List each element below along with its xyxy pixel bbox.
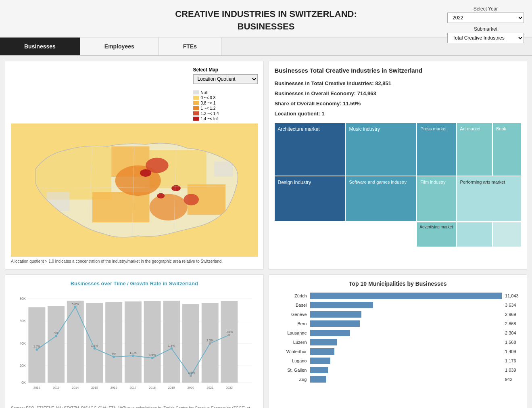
tab-ftes[interactable]: FTEs bbox=[159, 38, 221, 55]
point-2018 bbox=[151, 357, 154, 359]
treemap: Architecture market Music industry Press… bbox=[275, 123, 522, 222]
submarket-select[interactable]: Total Creative Industries Architecture m… bbox=[447, 33, 524, 43]
treemap-art[interactable]: Art market bbox=[457, 123, 492, 176]
point-2021 bbox=[209, 342, 211, 345]
point-2022 bbox=[228, 334, 231, 336]
svg-text:60K: 60K bbox=[19, 319, 26, 323]
point-2013 bbox=[55, 335, 57, 337]
svg-point-11 bbox=[171, 185, 181, 191]
stat-total-creative: Businesses in Total Creative Industries:… bbox=[275, 80, 522, 86]
point-2012 bbox=[36, 348, 38, 351]
year-control: Select Year 2022 2021 2020 bbox=[447, 6, 524, 23]
municipalities-panel: Top 10 Municipalities by Businesses Züri… bbox=[269, 274, 528, 408]
treemap-film[interactable]: Film industry bbox=[417, 176, 456, 221]
bar-2016 bbox=[105, 302, 122, 382]
map-legend: Null 0 ~< 0.8 0.8 ~< 1 1 ~< 1.2 1.2 ~< 1… bbox=[193, 90, 258, 121]
svg-rect-1 bbox=[35, 146, 112, 199]
muni-title: Top 10 Municipalities by Businesses bbox=[275, 280, 522, 287]
svg-text:2019: 2019 bbox=[168, 385, 175, 389]
svg-text:1.8%: 1.8% bbox=[91, 343, 98, 347]
svg-text:2022: 2022 bbox=[226, 385, 233, 389]
treemap-book[interactable]: Book bbox=[493, 123, 521, 176]
svg-text:-0.8%: -0.8% bbox=[187, 371, 195, 375]
svg-point-9 bbox=[184, 194, 199, 205]
stats-panel: Businesses Total Creative Industries in … bbox=[269, 61, 528, 270]
tab-businesses[interactable]: Businesses bbox=[0, 38, 80, 55]
svg-rect-14 bbox=[214, 161, 233, 177]
muni-lausanne: Lausanne 2,304 bbox=[275, 330, 522, 336]
muni-zurich: Zürich 11,043 bbox=[275, 293, 522, 299]
svg-text:1%: 1% bbox=[112, 352, 116, 356]
switzerland-map bbox=[11, 123, 258, 257]
map-panel: Select Map Location Quotient Null 0 ~< 0… bbox=[5, 61, 264, 270]
main-content: Select Map Location Quotient Null 0 ~< 0… bbox=[0, 56, 532, 408]
year-select[interactable]: 2022 2021 2020 bbox=[447, 13, 524, 23]
muni-bern: Bern 2,868 bbox=[275, 320, 522, 327]
treemap-music[interactable]: Music industry bbox=[346, 123, 416, 176]
treemap-architecture[interactable]: Architecture market bbox=[275, 123, 345, 176]
svg-text:2012: 2012 bbox=[33, 385, 40, 389]
svg-text:2021: 2021 bbox=[207, 385, 213, 389]
treemap-design[interactable]: Design industry bbox=[275, 176, 345, 221]
map-note: A location quotient > 1.0 indicates a co… bbox=[11, 259, 258, 264]
stat-share: Share of Overall Economy: 11.59% bbox=[275, 100, 522, 107]
chart-title: Businesses over Time / Growth Rate in Sw… bbox=[11, 280, 258, 287]
svg-text:1.1%: 1.1% bbox=[129, 351, 137, 354]
chart-panel: Businesses over Time / Growth Rate in Sw… bbox=[5, 274, 264, 408]
svg-point-7 bbox=[149, 194, 187, 220]
treemap-performing[interactable]: Performing arts market bbox=[457, 176, 521, 221]
point-2019 bbox=[170, 347, 173, 349]
svg-text:2013: 2013 bbox=[53, 385, 60, 389]
top-controls: Select Year 2022 2021 2020 Submarket Tot… bbox=[447, 6, 524, 43]
svg-text:80K: 80K bbox=[19, 297, 26, 301]
map-select[interactable]: Location Quotient bbox=[193, 74, 258, 84]
point-2017 bbox=[132, 354, 134, 357]
muni-luzern: Luzern 1,568 bbox=[275, 339, 522, 345]
muni-stgallen: St. Gallen 1,039 bbox=[275, 367, 522, 373]
stats-title: Businesses Total Creative Industries in … bbox=[275, 67, 522, 74]
combo-chart-svg: 80K 60K 40K 20K 0K bbox=[15, 291, 254, 395]
svg-text:0.9%: 0.9% bbox=[149, 353, 156, 357]
point-2020 bbox=[190, 375, 192, 377]
muni-zug: Zug 942 bbox=[275, 376, 522, 383]
point-2014 bbox=[74, 305, 77, 308]
svg-text:2018: 2018 bbox=[149, 385, 156, 389]
svg-text:5.8%: 5.8% bbox=[72, 302, 79, 305]
svg-text:2017: 2017 bbox=[129, 385, 136, 389]
stat-location-quotient: Location quotient: 1 bbox=[275, 111, 522, 117]
muni-basel: Basel 3,634 bbox=[275, 302, 522, 308]
source-note: Source: FSO, STATENT, NA; STATZH, DISAGG… bbox=[11, 406, 258, 408]
bar-2022 bbox=[221, 301, 238, 383]
tab-employees[interactable]: Employees bbox=[80, 38, 159, 55]
muni-lugano: Lugano 1,176 bbox=[275, 358, 522, 364]
point-2016 bbox=[113, 356, 115, 358]
submarket-label: Submarket bbox=[447, 26, 524, 32]
treemap-advertising-vis[interactable]: Advertising market bbox=[417, 222, 456, 247]
svg-text:40K: 40K bbox=[19, 341, 26, 345]
treemap-row3: Advertising market bbox=[275, 222, 522, 247]
treemap-press[interactable]: Press market bbox=[417, 123, 456, 176]
year-label: Select Year bbox=[447, 6, 524, 12]
svg-text:2014: 2014 bbox=[72, 385, 79, 389]
svg-rect-4 bbox=[92, 192, 149, 222]
svg-text:1.7%: 1.7% bbox=[33, 345, 41, 348]
svg-rect-13 bbox=[47, 192, 70, 211]
point-2015 bbox=[94, 347, 96, 349]
combo-chart-area: 80K 60K 40K 20K 0K bbox=[11, 291, 258, 404]
muni-geneve: Genève 2,969 bbox=[275, 311, 522, 318]
bar-2014 bbox=[67, 301, 84, 383]
svg-text:20K: 20K bbox=[19, 364, 26, 368]
svg-text:2016: 2016 bbox=[111, 385, 117, 389]
svg-text:2020: 2020 bbox=[188, 385, 194, 389]
submarket-control: Submarket Total Creative Industries Arch… bbox=[447, 26, 524, 43]
stat-overall-economy: Businesses in Overall Economy: 714,963 bbox=[275, 90, 522, 96]
map-select-label: Select Map bbox=[193, 67, 258, 73]
muni-winterthur: Winterthur 1,409 bbox=[275, 348, 522, 355]
svg-text:1.8%: 1.8% bbox=[168, 343, 175, 347]
svg-point-12 bbox=[157, 193, 165, 198]
svg-text:3.1%: 3.1% bbox=[226, 330, 233, 334]
svg-text:2.3%: 2.3% bbox=[207, 339, 214, 342]
header: CREATIVE INDUSTRIES IN SWITZERLAND: BUSI… bbox=[0, 0, 532, 38]
treemap-software[interactable]: Software and games industry bbox=[346, 176, 416, 221]
bar-2013 bbox=[48, 306, 65, 383]
